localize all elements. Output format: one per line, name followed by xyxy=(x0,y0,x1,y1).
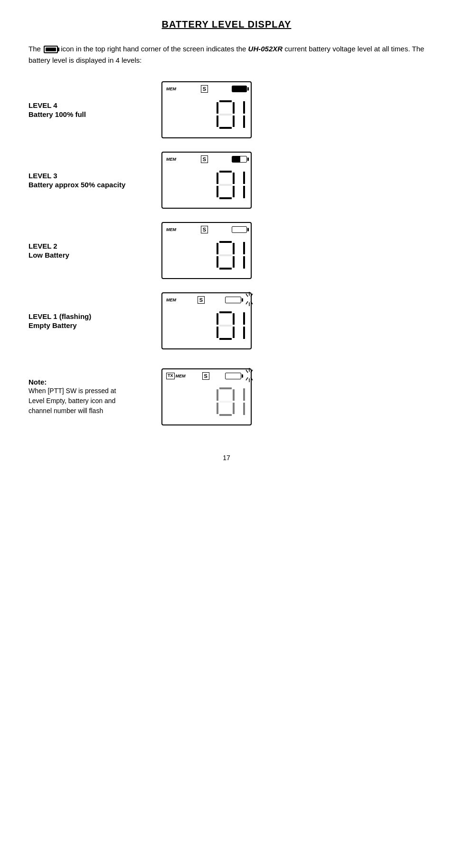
level-3-row: LEVEL 3 Battery approx 50% capacity MEM … xyxy=(28,152,425,209)
note-display: TX MEM S xyxy=(161,368,252,425)
note-text: When [PTT] SW is pressed at Level Empty,… xyxy=(28,386,133,416)
svg-line-8 xyxy=(251,370,253,373)
level-1-title: LEVEL 1 (flashing) xyxy=(28,312,133,320)
model-name: UH-052XR xyxy=(248,45,283,53)
s-label-note: S xyxy=(202,372,209,380)
digit-1-lvl1 xyxy=(237,311,245,340)
level-4-label: LEVEL 4 Battery 100% full xyxy=(28,101,133,118)
digit-1-lvl2 xyxy=(237,241,245,270)
flash-lines-icon xyxy=(244,292,255,306)
battery-2 xyxy=(232,226,247,233)
level-1-display: MEM S xyxy=(161,292,252,349)
mem-label-note: MEM xyxy=(176,374,186,378)
svg-line-1 xyxy=(246,294,248,297)
level-1-row: LEVEL 1 (flashing) Empty Battery MEM S xyxy=(28,292,425,349)
level-4-title: LEVEL 4 xyxy=(28,101,133,109)
level-2-label: LEVEL 2 Low Battery xyxy=(28,242,133,259)
level-2-title: LEVEL 2 xyxy=(28,242,133,250)
mem-label-2: MEM xyxy=(166,227,176,232)
level-4-desc: Battery 100% full xyxy=(28,110,133,118)
level-3-desc: Battery approx 50% capacity xyxy=(28,181,133,189)
flash-lines-note-icon xyxy=(244,368,255,382)
level-3-label: LEVEL 3 Battery approx 50% capacity xyxy=(28,172,133,189)
level-3-display: MEM S xyxy=(161,152,252,209)
s-label-3: S xyxy=(201,155,208,163)
page-number: 17 xyxy=(28,454,425,462)
digit-0-lvl1 xyxy=(217,311,235,340)
digit-0-note xyxy=(217,387,235,416)
svg-line-5 xyxy=(251,301,253,304)
level-2-desc: Low Battery xyxy=(28,251,133,259)
svg-line-4 xyxy=(246,301,248,304)
svg-line-7 xyxy=(246,370,248,373)
s-label-1: S xyxy=(198,296,205,304)
battery-3 xyxy=(232,156,247,163)
digit-0-lvl2 xyxy=(217,241,235,270)
digit-0-lvl3 xyxy=(217,171,235,199)
battery-4 xyxy=(232,86,247,92)
intro-paragraph: The icon in the top right hand corner of… xyxy=(28,43,425,66)
page-title: BATTERY LEVEL DISPLAY xyxy=(28,19,425,30)
level-3-title: LEVEL 3 xyxy=(28,172,133,180)
svg-line-11 xyxy=(251,377,253,380)
mem-label-3: MEM xyxy=(166,157,176,162)
note-row: Note: When [PTT] SW is pressed at Level … xyxy=(28,368,425,425)
tx-label: TX xyxy=(166,373,175,379)
digit-0-lvl4 xyxy=(217,100,235,129)
s-label-2: S xyxy=(201,226,208,233)
level-4-display: MEM S xyxy=(161,81,252,138)
level-4-row: LEVEL 4 Battery 100% full MEM S xyxy=(28,81,425,138)
mem-label-1: MEM xyxy=(166,298,176,302)
battery-note-flash xyxy=(225,373,241,379)
note-title: Note: xyxy=(28,378,133,386)
s-label-4: S xyxy=(201,85,208,93)
level-2-display: MEM S xyxy=(161,222,252,279)
battery-1-flash xyxy=(225,297,241,303)
mem-label-4: MEM xyxy=(166,87,176,91)
level-1-desc: Empty Battery xyxy=(28,321,133,329)
levels-container: LEVEL 4 Battery 100% full MEM S xyxy=(28,81,425,349)
digit-1-note xyxy=(237,387,245,416)
svg-line-2 xyxy=(251,294,253,297)
level-1-label: LEVEL 1 (flashing) Empty Battery xyxy=(28,312,133,329)
note-label: Note: When [PTT] SW is pressed at Level … xyxy=(28,378,133,416)
level-2-row: LEVEL 2 Low Battery MEM S xyxy=(28,222,425,279)
digit-1-lvl4 xyxy=(237,100,245,129)
svg-line-10 xyxy=(246,377,248,380)
digit-1-lvl3 xyxy=(237,171,245,199)
